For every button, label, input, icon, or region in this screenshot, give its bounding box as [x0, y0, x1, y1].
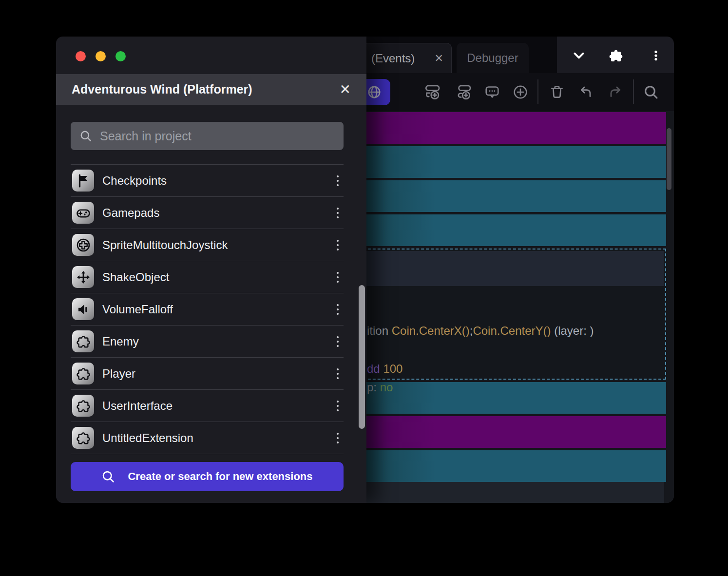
list-item-label: Player	[102, 367, 332, 381]
event-condition-block[interactable]	[361, 251, 664, 286]
item-menu-kebab-icon[interactable]	[332, 333, 344, 350]
add-event-icon[interactable]	[420, 79, 445, 105]
project-manager-panel: Adventurous Wind (Platformer) ✕ Checkpoi…	[56, 37, 366, 503]
add-circle-icon[interactable]	[508, 79, 533, 105]
list-item-label: UntitledExtension	[102, 431, 332, 445]
globe-icon	[367, 85, 382, 99]
list-item-label: Checkpoints	[102, 174, 332, 188]
event-row[interactable]	[358, 180, 666, 212]
event-row[interactable]	[358, 146, 666, 178]
window-controls	[76, 51, 126, 61]
screen: (Events) ✕ Debugger	[0, 0, 728, 576]
events-scrollbar[interactable]	[667, 128, 671, 190]
list-item[interactable]: SpriteMultitouchJoystick	[71, 229, 344, 261]
event-row[interactable]	[358, 112, 666, 144]
item-menu-kebab-icon[interactable]	[332, 205, 344, 221]
search-icon	[101, 470, 115, 483]
event-row[interactable]	[358, 382, 666, 414]
event-rows	[358, 111, 666, 482]
puzzle-icon	[76, 431, 91, 445]
kebab-menu-icon[interactable]	[648, 47, 664, 64]
redo-icon[interactable]	[602, 79, 628, 105]
list-item-label: UserInterface	[102, 399, 332, 413]
item-menu-kebab-icon[interactable]	[332, 430, 344, 446]
list-item[interactable]: Gamepads	[71, 197, 344, 229]
toolbar-divider	[633, 79, 634, 104]
close-icon[interactable]: ✕	[435, 52, 443, 65]
close-icon[interactable]: ✕	[340, 83, 351, 96]
create-extension-label: Create or search for new extensions	[128, 470, 312, 483]
tabbar-actions	[557, 37, 674, 73]
add-sub-event-icon[interactable]	[451, 79, 477, 105]
zoom-window-button[interactable]	[115, 51, 126, 61]
toolbar-divider	[537, 79, 538, 104]
minimize-window-button[interactable]	[96, 51, 106, 61]
project-panel-header: Adventurous Wind (Platformer) ✕	[56, 74, 366, 105]
search-icon	[79, 130, 92, 142]
add-comment-icon[interactable]	[479, 79, 505, 105]
list-item-label: Enemy	[102, 335, 332, 348]
list-item[interactable]: ShakeObject	[71, 261, 344, 293]
item-menu-kebab-icon[interactable]	[332, 301, 344, 318]
list-item-label: ShakeObject	[102, 270, 332, 284]
list-item-label: SpriteMultitouchJoystick	[102, 238, 332, 252]
event-row[interactable]	[358, 450, 666, 482]
extensions-puzzle-icon[interactable]	[608, 47, 624, 64]
project-item-list: Checkpoints Gamepads SpriteMultitouchJoy…	[71, 164, 344, 454]
item-menu-kebab-icon[interactable]	[332, 237, 344, 253]
close-window-button[interactable]	[76, 51, 86, 61]
move-icon	[76, 270, 91, 285]
search-input[interactable]	[99, 129, 323, 144]
list-item-label: VolumeFalloff	[102, 303, 332, 316]
list-item[interactable]: Checkpoints	[71, 165, 344, 197]
list-item-label: Gamepads	[102, 206, 332, 220]
puzzle-icon	[76, 334, 91, 349]
project-title: Adventurous Wind (Platformer)	[72, 82, 252, 96]
tab-events[interactable]: (Events) ✕	[363, 43, 452, 73]
undo-icon[interactable]	[574, 79, 599, 105]
event-row[interactable]	[358, 214, 666, 246]
event-row[interactable]	[358, 416, 666, 448]
puzzle-icon	[76, 366, 91, 381]
event-action-line[interactable]: dd 100	[367, 362, 402, 376]
list-item[interactable]: Enemy	[71, 326, 344, 358]
chevron-down-icon[interactable]	[571, 47, 587, 64]
item-menu-kebab-icon[interactable]	[332, 365, 344, 382]
project-list-scrollbar[interactable]	[359, 285, 365, 429]
list-item[interactable]: UserInterface	[71, 390, 344, 422]
list-item[interactable]: UntitledExtension	[71, 422, 344, 454]
event-action-line[interactable]: p: no	[367, 381, 393, 394]
search-icon[interactable]	[638, 79, 664, 105]
create-extension-button[interactable]: Create or search for new extensions	[71, 462, 344, 491]
trash-icon[interactable]	[544, 79, 570, 105]
list-item[interactable]: Player	[71, 358, 344, 390]
gamepad-icon	[76, 206, 91, 220]
event-action-line[interactable]: ition Coin.CenterX();Coin.CenterY() (lay…	[367, 324, 594, 338]
tab-events-label: (Events)	[371, 52, 415, 65]
item-menu-kebab-icon[interactable]	[332, 398, 344, 414]
speaker-icon	[76, 302, 91, 317]
event-row[interactable]	[358, 249, 666, 380]
flag-icon	[76, 173, 91, 188]
tab-debugger-label: Debugger	[467, 51, 518, 65]
tab-debugger[interactable]: Debugger	[457, 43, 529, 73]
list-item[interactable]: VolumeFalloff	[71, 293, 344, 326]
joystick-icon	[76, 238, 91, 252]
item-menu-kebab-icon[interactable]	[332, 173, 344, 189]
item-menu-kebab-icon[interactable]	[332, 269, 344, 286]
puzzle-icon	[76, 399, 91, 413]
project-search[interactable]	[71, 122, 344, 150]
